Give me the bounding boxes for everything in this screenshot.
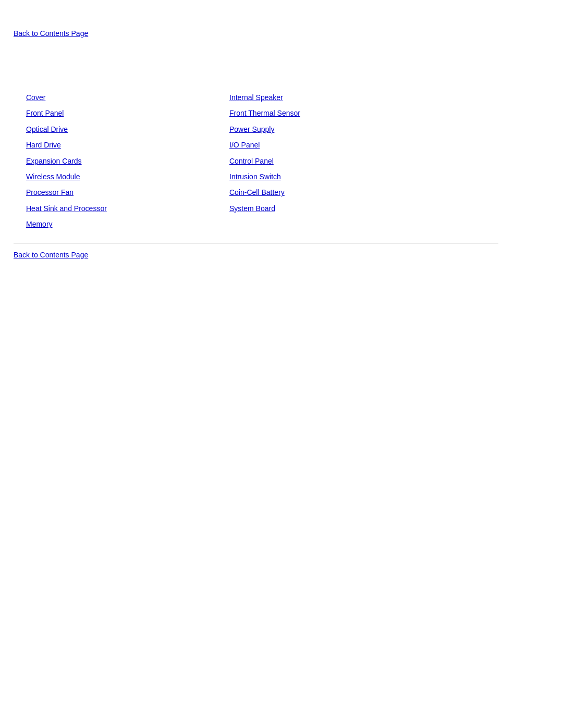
left-column-link[interactable]: Expansion Cards <box>26 153 229 169</box>
right-column-link[interactable]: Intrusion Switch <box>229 169 433 184</box>
right-column-link[interactable]: I/O Panel <box>229 137 433 153</box>
left-column-link[interactable]: Heat Sink and Processor <box>26 201 229 216</box>
right-column-link[interactable]: Front Thermal Sensor <box>229 105 433 121</box>
left-column-link[interactable]: Wireless Module <box>26 169 229 184</box>
left-column-link[interactable]: Optical Drive <box>26 121 229 137</box>
main-content: Cover Front Panel Optical Drive Hard Dri… <box>0 38 563 232</box>
left-column-link[interactable]: Processor Fan <box>26 184 229 200</box>
left-column-link[interactable]: Hard Drive <box>26 137 229 153</box>
back-to-contents-top-link[interactable]: Back to Contents Page <box>0 0 563 38</box>
right-column-link[interactable]: Internal Speaker <box>229 90 433 105</box>
left-column-link[interactable]: Memory <box>26 216 229 232</box>
right-column-link[interactable]: System Board <box>229 201 433 216</box>
left-column: Cover Front Panel Optical Drive Hard Dri… <box>26 90 229 232</box>
right-column-link[interactable]: Control Panel <box>229 153 433 169</box>
back-to-contents-bottom-link[interactable]: Back to Contents Page <box>0 243 563 259</box>
right-column-link[interactable]: Power Supply <box>229 121 433 137</box>
right-column: Internal Speaker Front Thermal Sensor Po… <box>229 90 433 232</box>
right-column-link[interactable]: Coin-Cell Battery <box>229 184 433 200</box>
left-column-link[interactable]: Front Panel <box>26 105 229 121</box>
left-column-link[interactable]: Cover <box>26 90 229 105</box>
